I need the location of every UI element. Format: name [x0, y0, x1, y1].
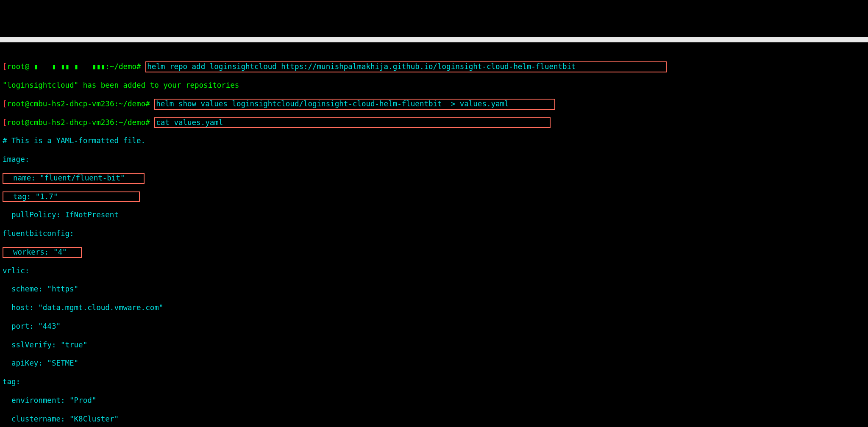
- highlighted-command: helm repo add loginsightcloud https://mu…: [145, 61, 667, 72]
- terminal-line: [root@ ▮ ▮ ▮▮ ▮ ▮▮▮:~/demo# helm repo ad…: [3, 62, 865, 72]
- highlighted-yaml: workers: "4": [3, 247, 82, 258]
- yaml-line: tag: "1.7": [4, 192, 58, 201]
- terminal-line: fluentbitconfig:: [3, 229, 865, 238]
- prompt-user: root@: [7, 100, 30, 108]
- command-text: helm show values loginsightcloud/loginsi…: [156, 100, 509, 108]
- prompt-user: root@: [7, 62, 30, 71]
- terminal-line: scheme: "https": [3, 285, 865, 294]
- yaml-line: pullPolicy: IfNotPresent: [3, 211, 119, 219]
- terminal-line: environment: "Prod": [3, 396, 865, 405]
- output-text: "loginsightcloud" has been added to your…: [3, 81, 239, 89]
- yaml-key: image:: [3, 155, 29, 164]
- window-title-bar: [0, 37, 868, 42]
- terminal-output[interactable]: [root@ ▮ ▮ ▮▮ ▮ ▮▮▮:~/demo# helm repo ad…: [0, 51, 868, 427]
- prompt-path: :~/demo#: [114, 118, 150, 127]
- yaml-line: port: "443": [3, 322, 61, 330]
- yaml-line: clustername: "K8Cluster": [3, 415, 119, 423]
- terminal-line: image:: [3, 155, 865, 164]
- yaml-line: environment: "Prod": [3, 396, 96, 405]
- terminal-line: port: "443": [3, 322, 865, 331]
- terminal-line: [root@cmbu-hs2-dhcp-vm236:~/demo# helm s…: [3, 100, 865, 109]
- highlighted-command: helm show values loginsightcloud/loginsi…: [154, 99, 555, 110]
- yaml-key: fluentbitconfig:: [3, 229, 74, 238]
- terminal-line: host: "data.mgmt.cloud.vmware.com": [3, 303, 865, 313]
- yaml-key: vrlic:: [3, 266, 29, 275]
- highlighted-yaml: name: "fluent/fluent-bit": [3, 173, 145, 184]
- prompt-path: :~/demo#: [105, 62, 141, 71]
- terminal-line: sslVerify: "true": [3, 341, 865, 350]
- prompt-host: cmbu-hs2-dhcp-vm236: [29, 118, 114, 127]
- yaml-key: tag:: [3, 377, 20, 386]
- terminal-line: tag: "1.7": [3, 192, 865, 202]
- prompt-path: :~/demo#: [114, 100, 150, 108]
- terminal-line: tag:: [3, 377, 865, 387]
- prompt-user: root@: [7, 118, 30, 127]
- terminal-line: pullPolicy: IfNotPresent: [3, 211, 865, 220]
- terminal-line: workers: "4": [3, 248, 865, 257]
- command-text: cat values.yaml: [156, 118, 223, 127]
- terminal-line: [root@cmbu-hs2-dhcp-vm236:~/demo# cat va…: [3, 118, 865, 128]
- prompt-host-redacted: ▮ ▮ ▮▮ ▮ ▮▮▮: [29, 62, 105, 71]
- prompt-host: cmbu-hs2-dhcp-vm236: [29, 100, 114, 108]
- highlighted-command: cat values.yaml: [154, 117, 551, 128]
- terminal-line: # This is a YAML-formatted file.: [3, 136, 865, 146]
- yaml-line: workers: "4": [4, 248, 67, 256]
- yaml-line: sslVerify: "true": [3, 341, 87, 349]
- terminal-line: apiKey: "SETME": [3, 359, 865, 368]
- terminal-line: vrlic:: [3, 266, 865, 276]
- yaml-line: apiKey: "SETME": [3, 359, 78, 367]
- yaml-comment: # This is a YAML-formatted file.: [3, 136, 145, 145]
- yaml-line: host: "data.mgmt.cloud.vmware.com": [3, 303, 163, 312]
- terminal-line: "loginsightcloud" has been added to your…: [3, 81, 865, 90]
- terminal-line: name: "fluent/fluent-bit": [3, 174, 865, 183]
- terminal-line: clustername: "K8Cluster": [3, 415, 865, 424]
- yaml-line: name: "fluent/fluent-bit": [4, 174, 125, 182]
- command-text: helm repo add loginsightcloud https://mu…: [147, 62, 576, 71]
- yaml-line: scheme: "https": [3, 285, 78, 293]
- highlighted-yaml: tag: "1.7": [3, 191, 140, 202]
